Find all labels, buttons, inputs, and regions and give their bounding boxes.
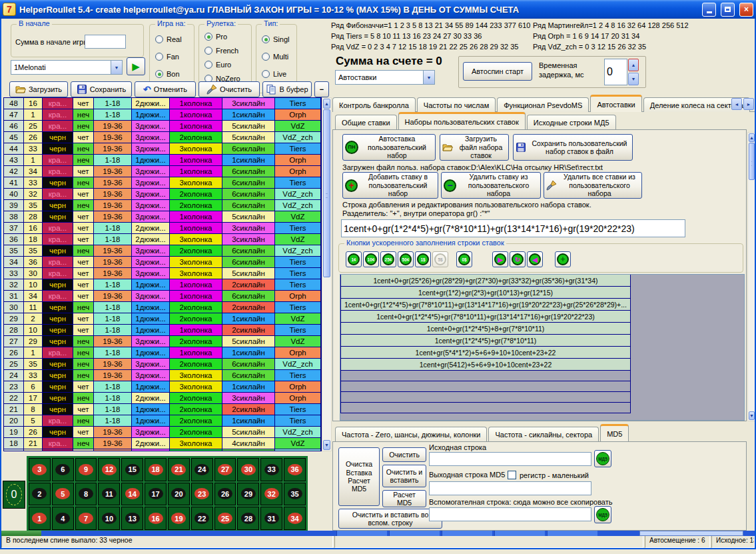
history-row[interactable]: 3935черннеч19-363дюжи...2колонка6сиклайн…	[4, 200, 321, 211]
scroll-up-icon[interactable]: ▲	[749, 133, 755, 142]
board-cell-28[interactable]: 28	[237, 507, 259, 530]
radio-singl[interactable]: Singl	[262, 35, 289, 43]
radio-french[interactable]: French	[204, 47, 238, 55]
history-row[interactable]: 3828чернчет19-363дюжи...1колонка5сиклайн…	[4, 211, 321, 223]
coin-button-4[interactable]: 1$	[415, 251, 431, 267]
radio-euro[interactable]: Euro	[204, 61, 231, 69]
history-row[interactable]: 1732кра...чет19-363дюжи...2колонка6сикла…	[4, 449, 321, 451]
coin-button-1[interactable]: 10¢	[363, 251, 379, 267]
board-cell-16[interactable]: 16	[145, 507, 167, 530]
top-tab-1[interactable]: Частоты по числам	[417, 97, 496, 112]
radio-pro[interactable]: Pro	[204, 33, 227, 41]
history-row[interactable]: 3210чернчет1-181дюжи...1колонка2сиклайнT…	[4, 279, 321, 291]
delay-value[interactable]: 0	[604, 59, 627, 85]
remove-all-bets-button[interactable]: Удалить все ставки из пользовательского …	[544, 172, 642, 199]
history-scrollbar[interactable]: ▲ ▼	[322, 97, 332, 451]
board-cell-22[interactable]: 22	[191, 507, 213, 530]
board-cell-23[interactable]: 23	[191, 483, 213, 506]
history-row[interactable]: 205кра...неч1-181дюжи...2колонка1сиклайн…	[4, 415, 321, 427]
freq-tab-0[interactable]: Частота - Zero, шансы, дюжины, колонки	[335, 427, 487, 441]
sub-tab-0[interactable]: Общие ставки	[335, 115, 397, 129]
freq-tab-2[interactable]: MD5	[600, 424, 629, 441]
board-cell-17[interactable]: 17	[145, 483, 167, 506]
top-tab-3[interactable]: Автоставки	[590, 95, 641, 112]
sub-tab-1[interactable]: Наборы пользовательских ставок	[398, 112, 526, 129]
history-row[interactable]: 3011черннеч1-181дюжи...2колонка2сиклайнT…	[4, 302, 321, 313]
bet-string-row[interactable]: 1cent+gr(1*2)+gr(2*3)+gr(10*13)+gr(12*15…	[340, 286, 631, 299]
top-tab-2[interactable]: Функционал PsevdoMS	[497, 97, 589, 112]
bet-string-row[interactable]: 1cent+0+gr(1*2*4*5)+gr(7*8*10*11)+gr(13*…	[340, 298, 631, 311]
board-cell-zero[interactable]: 0	[3, 481, 25, 509]
scrollbar-thumb[interactable]	[749, 143, 755, 180]
board-cell-33[interactable]: 33	[260, 458, 282, 481]
board-cell-25[interactable]: 25	[214, 507, 236, 530]
scrollbar-thumb[interactable]	[323, 109, 330, 277]
history-row[interactable]: 3535черннеч19-363дюжи...2колонка6сиклайн…	[4, 245, 321, 257]
board-cell-32[interactable]: 32	[260, 483, 282, 506]
spin-down-icon[interactable]: ▼	[628, 73, 639, 85]
history-row[interactable]: 3134кра...чет19-363дюжи...1колонка6сикла…	[4, 291, 321, 302]
maximize-button[interactable]	[721, 3, 735, 17]
load-set-file-button[interactable]: Загрузить файл набора ставок	[440, 134, 509, 161]
history-row[interactable]: 471кра...неч1-181дюжи...1колонка1сиклайн…	[4, 109, 321, 121]
run-system-button[interactable]: ▶	[127, 57, 145, 75]
fill-repeat-button[interactable]: ↻	[510, 251, 526, 267]
taskbar-button[interactable]	[547, 531, 597, 536]
board-cell-24[interactable]: 24	[191, 458, 213, 481]
history-row[interactable]: 1821кра...неч19-362дюжи...3колонка4сикла…	[4, 438, 321, 449]
autospin-start-button[interactable]: Автоспин старт	[463, 62, 532, 81]
board-cell-20[interactable]: 20	[168, 483, 190, 506]
save-set-file-button[interactable]: Сохранить пользовательский набор ставок …	[513, 134, 633, 161]
history-row[interactable]: 3436кра...чет19-363дюжи...3колонка6сикла…	[4, 257, 321, 268]
history-row[interactable]: 2810чернчет1-181дюжи...1колонка2сиклайнT…	[4, 325, 321, 336]
system-combo[interactable]: 1Melonati ▼	[11, 60, 123, 75]
freq-tab-1[interactable]: Частота - сиклайны, сектора	[488, 427, 599, 441]
md5-calc-button[interactable]: Расчет MD5	[382, 490, 426, 507]
history-row[interactable]: 292чернчет1-181дюжи...2колонка1сиклайнVd…	[4, 313, 321, 325]
radio-real[interactable]: Real	[155, 35, 182, 43]
taskbar-button[interactable]	[442, 531, 492, 536]
register-checkbox[interactable]	[508, 471, 516, 479]
board-cell-12[interactable]: 12	[98, 458, 120, 481]
history-row[interactable]: 236чернчет1-181дюжи...3колонка1сиклайнOr…	[4, 381, 321, 393]
coin-button-2[interactable]: 25¢	[380, 251, 396, 267]
board-cell-27[interactable]: 27	[214, 458, 236, 481]
scroll-up-icon[interactable]: ▲	[323, 99, 330, 109]
board-cell-11[interactable]: 11	[98, 483, 120, 506]
md5-out-input[interactable]	[429, 481, 591, 495]
history-row[interactable]: 3330кра...чет19-363дюжи...3колонка5сикла…	[4, 268, 321, 279]
board-cell-10[interactable]: 10	[98, 507, 120, 530]
coin-button-0[interactable]: 1¢	[346, 251, 362, 267]
scroll-down-icon[interactable]: ▼	[323, 440, 330, 450]
history-row[interactable]: 2433черннеч19-363дюжи...3колонка6сиклайн…	[4, 370, 321, 381]
coin-button-3[interactable]: 50¢	[398, 251, 414, 267]
board-cell-35[interactable]: 35	[284, 483, 306, 506]
taskbar-button[interactable]	[336, 531, 387, 536]
to-buffer-button[interactable]: В буфер	[262, 81, 312, 97]
board-cell-21[interactable]: 21	[168, 458, 190, 481]
start-button[interactable]	[0, 531, 41, 536]
board-cell-3[interactable]: 3	[29, 458, 51, 481]
history-row[interactable]: 4816кра...чет1-182дюжи...1колонка3сиклай…	[4, 98, 321, 109]
board-cell-31[interactable]: 31	[260, 507, 282, 530]
add-bet-button[interactable]: + Добавить ставку в пользовательский наб…	[342, 172, 438, 199]
top-tab-0[interactable]: Контроль банкролла	[332, 97, 416, 112]
board-cell-9[interactable]: 9	[75, 458, 97, 481]
fill-back-button[interactable]: ◀	[527, 251, 543, 267]
undo-button[interactable]: ↶ Отменить	[135, 81, 196, 97]
scroll-down-icon[interactable]: ▼	[749, 411, 755, 420]
board-cell-14[interactable]: 14	[121, 483, 143, 506]
history-row[interactable]: 2535черннеч19-363дюжи...2колонка6сиклайн…	[4, 359, 321, 370]
board-cell-2[interactable]: 2	[29, 483, 51, 506]
autobets-combo[interactable]: Автоставки ▼	[335, 70, 435, 85]
history-row[interactable]: 4234кра...чет19-363дюжи...1колонка6сикла…	[4, 166, 321, 177]
md5-calc-source-button[interactable]: МД5	[594, 450, 611, 467]
board-cell-36[interactable]: 36	[284, 458, 306, 481]
board-cell-18[interactable]: 18	[145, 458, 167, 481]
board-cell-34[interactable]: 34	[284, 507, 306, 530]
history-row[interactable]: 3716кра...чет1-182дюжи...1колонка3сиклай…	[4, 223, 321, 234]
autobet-user-set-button[interactable]: ПН Автоставка пользовательский набор	[342, 134, 436, 161]
chevron-down-icon[interactable]: ▼	[423, 71, 434, 84]
spin-up-icon[interactable]: ▲	[628, 59, 639, 71]
chevron-down-icon[interactable]: ▼	[111, 61, 122, 74]
